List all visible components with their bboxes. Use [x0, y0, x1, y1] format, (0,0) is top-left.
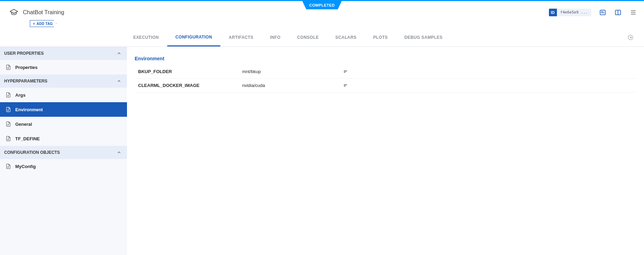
sidebar-item-tf-define[interactable]: TF_DEFINE: [0, 131, 127, 146]
main-panel: Environment BKUP_FOLDER mnt/bkup CLEARML…: [127, 47, 644, 255]
file-icon: [6, 121, 11, 127]
tab-scalars[interactable]: SCALARS: [327, 28, 365, 46]
chevron-up-icon: [117, 79, 121, 83]
sidebar-item-label: TF_DEFINE: [15, 136, 40, 141]
file-icon: [6, 107, 11, 112]
tabs: EXECUTION CONFIGURATION ARTIFACTS INFO C…: [0, 29, 644, 47]
task-title: ChatBot Training: [23, 9, 64, 16]
view-details-icon[interactable]: [599, 9, 607, 16]
svg-rect-2: [601, 12, 604, 13]
sidebar-item-myconfig[interactable]: MyConfig: [0, 159, 127, 174]
tab-info[interactable]: INFO: [262, 28, 289, 46]
param-key: CLEARML_DOCKER_IMAGE: [135, 83, 242, 88]
file-icon: [6, 64, 11, 70]
refresh-icon[interactable]: [627, 34, 634, 41]
tab-execution[interactable]: EXECUTION: [125, 28, 167, 46]
sidebar-item-label: MyConfig: [15, 164, 36, 169]
section-header-hyperparameters[interactable]: HYPERPARAMETERS: [0, 74, 127, 88]
sidebar-item-environment[interactable]: Environment: [0, 102, 127, 117]
section-label: HYPERPARAMETERS: [4, 79, 47, 83]
section-label: USER PROPERTIES: [4, 51, 44, 56]
sidebar-item-label: Args: [15, 93, 26, 98]
id-value: f4e6e5e9 ...: [557, 10, 591, 15]
tab-configuration[interactable]: CONFIGURATION: [167, 28, 221, 46]
status-badge: COMPLETED: [302, 1, 342, 9]
sort-icon[interactable]: [343, 69, 349, 75]
svg-marker-9: [630, 37, 632, 38]
svg-rect-1: [601, 11, 603, 12]
panel-title: Environment: [135, 56, 636, 61]
file-icon: [6, 92, 11, 98]
sidebar-item-general[interactable]: General: [0, 117, 127, 131]
panel-layout-icon[interactable]: [614, 9, 622, 16]
task-id-chip[interactable]: ID f4e6e5e9 ...: [549, 9, 591, 16]
add-tag-label: ADD TAG: [36, 22, 53, 26]
param-value: mnt/bkup: [242, 69, 343, 74]
section-header-user-properties[interactable]: USER PROPERTIES: [0, 47, 127, 60]
sort-icon[interactable]: [343, 82, 349, 89]
file-icon: [6, 164, 11, 169]
sidebar-item-label: Environment: [15, 107, 43, 112]
table-row: CLEARML_DOCKER_IMAGE nvidia/cuda: [135, 79, 636, 93]
plus-icon: +: [33, 22, 35, 26]
tab-debug-samples[interactable]: DEBUG SAMPLES: [396, 28, 451, 46]
param-key: BKUP_FOLDER: [135, 69, 242, 74]
sidebar-item-args[interactable]: Args: [0, 88, 127, 102]
section-label: CONFIGURATION OBJECTS: [4, 150, 60, 155]
add-tag-button[interactable]: + ADD TAG: [30, 20, 57, 27]
sidebar-item-label: General: [15, 122, 32, 127]
table-row: BKUP_FOLDER mnt/bkup: [135, 65, 636, 79]
sidebar-item-label: Properties: [15, 65, 37, 70]
chevron-up-icon: [117, 51, 121, 56]
param-value: nvidia/cuda: [242, 83, 343, 88]
tag-row: + ADD TAG: [0, 20, 644, 29]
config-sidebar: USER PROPERTIES Properties HYPERPARAMETE…: [0, 47, 127, 255]
id-badge-label: ID: [549, 9, 557, 16]
file-icon: [6, 136, 11, 141]
section-header-config-objects[interactable]: CONFIGURATION OBJECTS: [0, 146, 127, 159]
hamburger-menu-icon[interactable]: [629, 9, 637, 16]
tab-plots[interactable]: PLOTS: [365, 28, 396, 46]
tab-console[interactable]: CONSOLE: [289, 28, 327, 46]
task-type-icon: [10, 8, 18, 17]
sidebar-item-properties[interactable]: Properties: [0, 60, 127, 74]
chevron-up-icon: [117, 150, 121, 155]
tab-artifacts[interactable]: ARTIFACTS: [220, 28, 262, 46]
